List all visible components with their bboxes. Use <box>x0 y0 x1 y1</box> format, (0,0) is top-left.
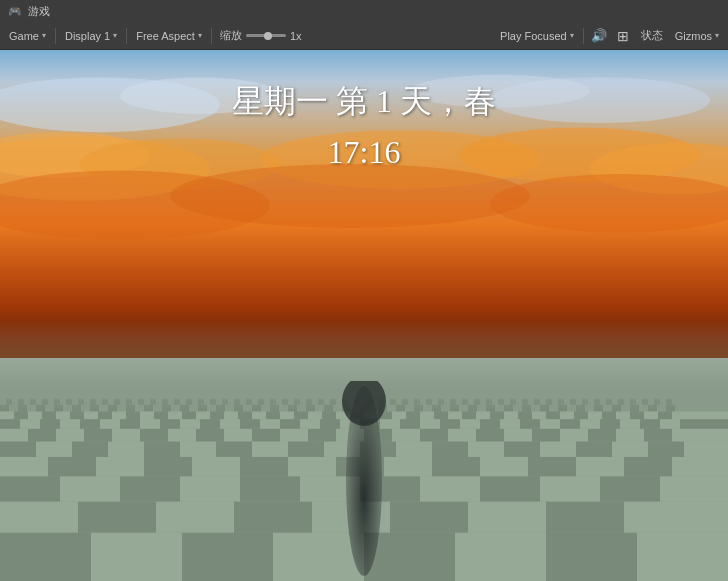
svg-rect-169 <box>434 411 448 419</box>
svg-rect-33 <box>120 476 180 501</box>
svg-rect-185 <box>658 411 672 419</box>
svg-rect-168 <box>420 411 434 419</box>
svg-rect-80 <box>56 429 84 442</box>
svg-rect-31 <box>0 476 60 501</box>
svg-rect-41 <box>600 476 660 501</box>
svg-rect-15 <box>91 533 182 581</box>
svg-rect-28 <box>468 501 546 532</box>
svg-rect-57 <box>672 457 728 476</box>
title-bar-label: 游戏 <box>28 4 50 19</box>
stats-button[interactable]: ⊞ <box>612 25 634 47</box>
svg-rect-78 <box>0 429 28 442</box>
play-focused-label: Play Focused <box>500 30 567 42</box>
aspect-dropdown[interactable]: Free Aspect ▾ <box>131 28 207 44</box>
svg-rect-63 <box>180 441 216 457</box>
svg-rect-103 <box>0 419 20 429</box>
game-arrow: ▾ <box>42 31 46 40</box>
svg-rect-134 <box>620 419 640 429</box>
svg-rect-140 <box>28 411 42 419</box>
svg-rect-184 <box>644 411 658 419</box>
svg-rect-105 <box>40 419 60 429</box>
svg-rect-70 <box>432 441 468 457</box>
svg-rect-81 <box>84 429 112 442</box>
svg-rect-151 <box>182 411 196 419</box>
svg-rect-16 <box>182 533 273 581</box>
svg-rect-154 <box>224 411 238 419</box>
svg-rect-125 <box>440 419 460 429</box>
svg-rect-129 <box>520 419 540 429</box>
svg-rect-124 <box>420 419 440 429</box>
game-label: Game <box>9 30 39 42</box>
svg-rect-46 <box>144 457 192 476</box>
mute-button[interactable]: 🔊 <box>588 25 610 47</box>
svg-rect-102 <box>672 429 728 442</box>
toolbar: Game ▾ Display 1 ▾ Free Aspect ▾ 缩放 1x P… <box>0 22 728 50</box>
zoom-control: 缩放 1x <box>216 28 306 43</box>
svg-rect-73 <box>540 441 576 457</box>
svg-rect-29 <box>546 501 624 532</box>
svg-rect-144 <box>84 411 98 419</box>
svg-rect-48 <box>240 457 288 476</box>
svg-rect-155 <box>238 411 252 419</box>
svg-rect-72 <box>504 441 540 457</box>
svg-rect-127 <box>480 419 500 429</box>
svg-rect-145 <box>98 411 112 419</box>
svg-rect-174 <box>504 411 518 419</box>
svg-rect-153 <box>210 411 224 419</box>
status-button[interactable]: 状态 <box>636 26 668 45</box>
svg-rect-22 <box>0 501 78 532</box>
hud-time: 17:16 <box>0 134 728 171</box>
svg-rect-64 <box>216 441 252 457</box>
svg-rect-21 <box>637 533 728 581</box>
svg-point-378 <box>342 381 386 426</box>
svg-rect-148 <box>140 411 154 419</box>
svg-rect-171 <box>462 411 476 419</box>
separator-3 <box>211 28 212 44</box>
svg-rect-108 <box>100 419 120 429</box>
svg-rect-109 <box>120 419 140 429</box>
game-icon: 🎮 <box>8 5 22 18</box>
svg-rect-172 <box>476 411 490 419</box>
svg-rect-107 <box>80 419 100 429</box>
svg-rect-34 <box>180 476 240 501</box>
svg-rect-115 <box>240 419 260 429</box>
svg-rect-100 <box>616 429 644 442</box>
svg-rect-114 <box>220 419 240 429</box>
svg-rect-53 <box>480 457 528 476</box>
svg-rect-178 <box>560 411 574 419</box>
svg-rect-97 <box>532 429 560 442</box>
svg-rect-43 <box>0 457 48 476</box>
svg-rect-170 <box>448 411 462 419</box>
shadow-figure <box>319 381 409 581</box>
gizmos-dropdown[interactable]: Gizmos ▾ <box>670 28 724 44</box>
svg-rect-54 <box>528 457 576 476</box>
svg-rect-14 <box>0 533 91 581</box>
game-viewport: 星期一 第 1 天，春 17:16 <box>0 50 728 581</box>
svg-rect-118 <box>300 419 320 429</box>
svg-rect-76 <box>648 441 684 457</box>
svg-rect-147 <box>126 411 140 419</box>
svg-rect-156 <box>252 411 266 419</box>
zoom-slider[interactable] <box>246 34 286 37</box>
zoom-value: 1x <box>290 30 302 42</box>
svg-rect-85 <box>196 429 224 442</box>
play-focused-dropdown[interactable]: Play Focused ▾ <box>495 28 579 44</box>
title-bar: 🎮 游戏 <box>0 0 728 22</box>
svg-rect-35 <box>240 476 300 501</box>
svg-rect-82 <box>112 429 140 442</box>
game-dropdown[interactable]: Game ▾ <box>4 28 51 44</box>
play-focused-arrow: ▾ <box>570 31 574 40</box>
svg-rect-56 <box>624 457 672 476</box>
svg-rect-111 <box>160 419 180 429</box>
svg-rect-40 <box>540 476 600 501</box>
svg-rect-136 <box>660 419 680 429</box>
aspect-arrow: ▾ <box>198 31 202 40</box>
svg-rect-106 <box>60 419 80 429</box>
status-label: 状态 <box>641 29 663 41</box>
svg-rect-71 <box>468 441 504 457</box>
svg-rect-24 <box>156 501 234 532</box>
svg-rect-132 <box>580 419 600 429</box>
svg-rect-186 <box>672 411 728 419</box>
display-dropdown[interactable]: Display 1 ▾ <box>60 28 122 44</box>
svg-rect-137 <box>680 419 728 429</box>
